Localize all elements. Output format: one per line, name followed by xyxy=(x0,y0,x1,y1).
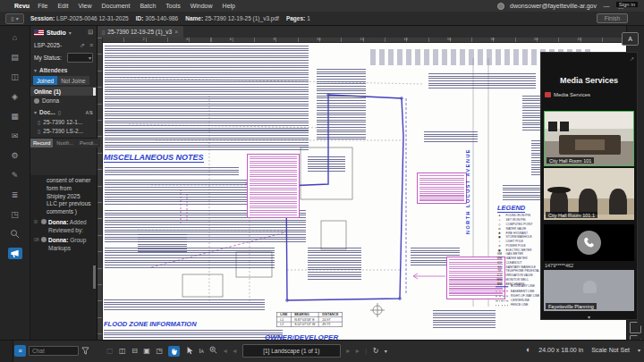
feed-message: 9/Donna: Added Reviewed by: xyxy=(34,219,91,235)
menu-batch[interactable]: Batch xyxy=(140,3,156,9)
lot-label-text xyxy=(138,234,187,254)
page-indicator[interactable]: [1] Landscape (1 of 1) xyxy=(242,344,341,358)
feed-timestamp: 08 xyxy=(34,237,39,253)
studio-icon[interactable] xyxy=(8,248,22,259)
avatar xyxy=(41,237,47,242)
menu-document[interactable]: Document xyxy=(102,3,131,9)
select-cursor-icon[interactable] xyxy=(186,346,193,357)
previous-page-icon[interactable]: ◂ xyxy=(233,347,236,355)
line-bearing-table: LINEBEARINGDISTANCEL1N 87°03'58" E24.97'… xyxy=(276,312,343,327)
phone-participant-tile[interactable] xyxy=(544,224,634,261)
chevron-down-icon[interactable]: ▾ xyxy=(541,314,637,320)
insert-page-icon[interactable]: ▣ xyxy=(143,347,150,355)
notes-column-text xyxy=(317,69,366,140)
profile-icon[interactable] xyxy=(497,3,504,10)
measurements-icon[interactable]: ≣ xyxy=(8,189,22,200)
panel-corner xyxy=(0,341,13,362)
menu-file[interactable]: File xyxy=(38,3,47,9)
minimize-button[interactable]: — xyxy=(602,3,611,9)
document-menu-button[interactable]: ▯▾ xyxy=(5,13,24,24)
settings-sliders-icon[interactable]: ≡ xyxy=(89,42,93,48)
split-view-icon[interactable]: ⊟ xyxy=(131,347,138,355)
file-name-value: 25-7390 12-19-25 (1)_v3.pdf xyxy=(205,15,279,21)
feed-timestamp: 9/ xyxy=(34,219,39,235)
avatar xyxy=(34,98,39,104)
chat-input[interactable] xyxy=(29,346,79,356)
session-document-item[interactable]: ▯25-7390 12-1... xyxy=(30,117,97,126)
single-page-icon[interactable]: ▢ xyxy=(106,347,114,355)
file-access-icon[interactable]: ⌂ xyxy=(8,31,22,43)
account-email[interactable]: dwonsower@fayetteville-ar.gov xyxy=(510,3,597,9)
menu-tools[interactable]: Tools xyxy=(165,3,180,9)
file-name-label: Name: xyxy=(185,15,203,21)
chat-list-button[interactable]: ≡ xyxy=(14,345,26,357)
attendee-name: Donna xyxy=(42,97,59,104)
bookmarks-icon[interactable]: ▤ xyxy=(8,51,22,63)
popout-icon[interactable]: ↗ xyxy=(630,55,634,62)
chevron-down-icon[interactable]: ▾ xyxy=(385,348,387,354)
expand-panel-icon[interactable]: ⊡ xyxy=(88,29,93,36)
filter-funnel-icon[interactable] xyxy=(81,347,89,355)
owner-developer-heading: OWNER/DEVELOPER xyxy=(265,333,338,340)
two-page-view-icon[interactable]: ◫ xyxy=(119,347,126,355)
menu-window[interactable]: Window xyxy=(191,3,213,9)
first-page-icon[interactable]: ◂ xyxy=(224,347,227,355)
last-page-icon[interactable]: ▸ xyxy=(356,347,360,355)
studio-title: Studio xyxy=(47,29,66,36)
menu-help[interactable]: Help xyxy=(223,3,235,9)
next-page-icon[interactable]: ▸ xyxy=(346,347,350,355)
close-tab-icon[interactable]: × xyxy=(174,29,178,35)
documents-section-header[interactable]: ▾ Doc... ▯ A⇅ xyxy=(30,105,97,117)
properties-gear-icon[interactable]: ⚙ xyxy=(8,149,22,161)
chevron-down-icon: ▾ xyxy=(89,55,91,61)
video-tile-room-101[interactable]: City Hall Room 101 xyxy=(544,111,634,166)
share-icon[interactable]: ⇗ xyxy=(80,42,85,49)
attendees-section-header[interactable]: ▾ Attendees xyxy=(30,63,97,75)
feed-tab-record[interactable]: Record xyxy=(30,139,53,147)
search-icon[interactable] xyxy=(8,228,22,240)
my-status-select[interactable]: ▾ xyxy=(67,53,93,63)
tab-joined[interactable]: Joined xyxy=(33,76,57,85)
table-row: L2S 02°07'13" W49.71' xyxy=(276,322,342,326)
building-label-text xyxy=(308,156,345,173)
rotate-view-icon[interactable]: ↻ xyxy=(373,347,379,355)
dark-mode-toggle-icon[interactable]: ◐ xyxy=(526,345,530,354)
online-header: Online (1) xyxy=(30,87,97,96)
revu-application-window: Revu FileEditViewDocumentBatchToolsWindo… xyxy=(0,0,644,362)
feed-tab-notifi[interactable]: Notifi... xyxy=(54,139,76,147)
markup-pen-icon[interactable]: ✎ xyxy=(8,169,22,181)
document-tab[interactable]: ▯ 25-7390 12-19-25 (1)_v3 × xyxy=(97,25,183,38)
attendee-row[interactable]: Donna xyxy=(30,96,97,105)
record-feed[interactable]: consent of owner form from Shipley 2025 … xyxy=(30,175,97,340)
markup-alert-icon[interactable]: A xyxy=(622,32,639,46)
finish-session-button[interactable]: Finish xyxy=(597,13,628,23)
flood-zone-heading: FLOOD ZONE INFORMATION xyxy=(104,320,197,328)
sort-icon[interactable]: A⇅ xyxy=(85,110,93,115)
session-document-item[interactable]: ▯25-7390 LS-2... xyxy=(30,126,97,135)
chevron-down-icon[interactable]: ▾ xyxy=(638,347,640,353)
thumbnails-icon[interactable]: ◫ xyxy=(8,71,22,82)
zoom-tool-icon[interactable] xyxy=(209,346,217,356)
text-select-icon[interactable]: IA xyxy=(199,348,203,354)
tab-not-joined[interactable]: Not Joine xyxy=(57,76,89,85)
layers-icon[interactable]: ◈ xyxy=(8,90,22,102)
tool-chest-icon[interactable]: ◳ xyxy=(8,208,22,220)
links-icon[interactable]: ✉ xyxy=(8,130,22,141)
markup-callout-box[interactable] xyxy=(247,154,300,218)
menu-edit[interactable]: Edit xyxy=(57,3,68,9)
page-flip-icon[interactable]: ◳ xyxy=(156,347,163,355)
add-document-icon[interactable]: ▯ xyxy=(58,109,61,115)
screen-share-tile[interactable]: Fayetteville Planning xyxy=(544,270,634,311)
spaces-icon[interactable]: ▦ xyxy=(8,110,22,122)
video-tile-room-101-1[interactable]: City Hall Room 101.1 xyxy=(544,168,634,220)
notes-subheading-text xyxy=(105,167,239,176)
feed-tab-pendi[interactable]: Pendi... xyxy=(77,139,100,147)
menu-view[interactable]: View xyxy=(78,3,91,9)
markup-callout-box[interactable] xyxy=(417,173,467,204)
previous-page-flip-icon[interactable] xyxy=(630,322,641,333)
studio-panel: Studio ▾ ⊡ LSP-2025- ⇗ ≡ My Status: ▾ ▾ … xyxy=(30,25,97,340)
pan-tool-icon[interactable] xyxy=(168,346,180,357)
chevron-down-icon[interactable]: ▾ xyxy=(69,29,72,36)
my-status-label: My Status: xyxy=(34,55,62,61)
scale-status[interactable]: Scale Not Set xyxy=(591,347,630,353)
